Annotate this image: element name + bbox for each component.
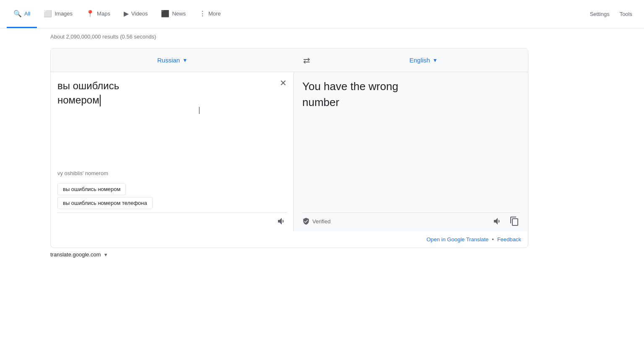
target-footer: Verified (302, 212, 519, 226)
clear-source-button[interactable]: ✕ (280, 79, 287, 87)
source-line1: вы ошиблись (57, 80, 119, 91)
translated-text: You have the wrong number (302, 79, 519, 209)
videos-icon: ▶ (124, 10, 129, 18)
translated-line2: number (302, 96, 339, 109)
result-count: About 2,090,000,000 results (0.56 second… (0, 28, 644, 45)
translated-line1: You have the wrong (302, 80, 398, 93)
tab-videos-label: Videos (131, 10, 148, 17)
tab-all[interactable]: 🔍 All (7, 0, 37, 28)
target-speaker-button[interactable] (493, 216, 503, 226)
tools-link[interactable]: Tools (615, 11, 637, 17)
swap-languages-icon[interactable]: ⇄ (303, 55, 310, 65)
source-line2: номером (57, 94, 99, 106)
lang-left: Russian ▼ (51, 57, 294, 64)
lang-header: Russian ▼ ⇄ English ▼ (51, 49, 528, 72)
tab-images-label: Images (55, 10, 73, 17)
search-tabs-bar: 🔍 All ⬜ Images 📍 Maps ▶ Videos ⬛ News ⋮ … (0, 0, 644, 28)
more-icon: ⋮ (199, 10, 206, 18)
verified-label: Verified (312, 218, 330, 225)
bottom-links: Open in Google Translate • Feedback (51, 231, 528, 248)
text-cursor (100, 95, 101, 106)
tab-news[interactable]: ⬛ News (154, 0, 192, 28)
verified-shield-icon (302, 217, 310, 225)
tab-more[interactable]: ⋮ More (192, 0, 228, 28)
maps-icon: 📍 (86, 10, 94, 18)
source-link-row: translate.google.com ▼ (50, 251, 594, 258)
swap-lang-col: ⇄ (294, 55, 319, 65)
tab-maps-label: Maps (97, 10, 110, 17)
dot-separator: • (492, 236, 494, 243)
speaker-icon (277, 216, 287, 226)
source-panel: ✕ вы ошиблись номером | vy oshiblis' nom… (51, 72, 294, 231)
tab-news-label: News (172, 10, 186, 17)
translate-widget: Russian ▼ ⇄ English ▼ ✕ вы ошиблись номе… (50, 48, 528, 248)
target-panel: You have the wrong number Verified (294, 72, 528, 231)
tab-images[interactable]: ⬜ Images (37, 0, 79, 28)
source-domain-dropdown[interactable]: ▼ (104, 252, 108, 257)
suggestions-list: вы ошиблись номером вы ошиблись номером … (57, 183, 287, 209)
source-lang-selector[interactable]: Russian ▼ (157, 57, 187, 64)
tab-all-label: All (24, 10, 30, 17)
result-count-text: About 2,090,000,000 results (0.56 second… (50, 34, 156, 40)
search-icon: 🔍 (13, 10, 22, 18)
source-speaker-button[interactable] (277, 216, 287, 226)
translate-body: ✕ вы ошиблись номером | vy oshiblis' nom… (51, 72, 528, 231)
copy-icon (509, 216, 519, 226)
source-lang-dropdown-arrow: ▼ (182, 57, 187, 63)
target-lang-label: English (409, 57, 430, 64)
source-text-area[interactable]: вы ошиблись номером (57, 79, 287, 163)
source-domain: translate.google.com (50, 251, 101, 258)
feedback-link[interactable]: Feedback (497, 236, 521, 243)
settings-link[interactable]: Settings (585, 11, 615, 17)
suggestion-item-1[interactable]: вы ошиблись номером телефона (57, 197, 153, 209)
images-icon: ⬜ (44, 10, 52, 18)
copy-translation-button[interactable] (509, 216, 519, 226)
lang-right: English ▼ (319, 57, 528, 64)
transliteration-value: vy oshiblis' nomerom (57, 170, 108, 176)
news-icon: ⬛ (161, 10, 169, 18)
source-footer (57, 212, 287, 226)
tab-maps[interactable]: 📍 Maps (79, 0, 117, 28)
target-lang-selector[interactable]: English ▼ (409, 57, 437, 64)
target-lang-dropdown-arrow: ▼ (433, 57, 438, 63)
target-actions (493, 216, 519, 226)
verified-badge: Verified (302, 217, 488, 225)
open-google-translate-link[interactable]: Open in Google Translate (426, 236, 488, 243)
tab-videos[interactable]: ▶ Videos (117, 0, 155, 28)
suggestion-item-0[interactable]: вы ошиблись номером (57, 183, 126, 195)
source-lang-label: Russian (157, 57, 180, 64)
transliteration-text: vy oshiblis' nomerom (57, 167, 287, 176)
tab-more-label: More (208, 10, 221, 17)
target-speaker-icon (493, 216, 503, 226)
